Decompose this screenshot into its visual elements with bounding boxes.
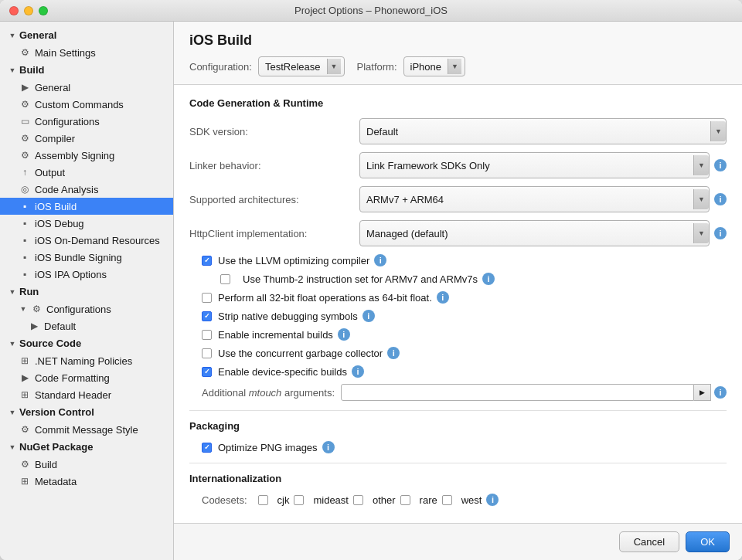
config-bar: Configuration: TestRelease ▼ Platform: i… [189,56,727,76]
sidebar-item-output[interactable]: ↑ Output [0,164,173,181]
checkbox-other[interactable] [353,495,363,505]
gear-icon-6: ⚙ [19,423,31,436]
minimize-button[interactable] [24,6,33,15]
gear-icon-3: ⚙ [19,132,31,144]
sidebar-label-version-control: Version Control [19,406,94,418]
sidebar-section-build[interactable]: Build [0,61,173,79]
thumb2-info-icon[interactable]: i [482,273,495,285]
codeset-west-label: west [461,494,482,506]
chevron-build [8,66,17,75]
sidebar-item-main-settings[interactable]: ⚙ Main Settings [0,44,173,61]
sidebar-item-ios-build[interactable]: ▪ iOS Build [0,198,173,215]
sidebar-item-configurations[interactable]: ▭ Configurations [0,113,173,130]
sidebar-item-build-nuget[interactable]: ⚙ Build [0,456,173,473]
checkbox-device-specific[interactable] [202,367,212,377]
mtouch-btn[interactable]: ▶ [694,384,711,401]
mtouch-input[interactable] [341,384,694,401]
arch-value: ARMv7 + ARM64 [366,194,693,205]
chevron-version-control [8,408,17,417]
mtouch-info-icon[interactable]: i [714,386,727,399]
linker-dropdown[interactable]: Link Framework SDKs Only ▼ [359,152,710,178]
httpclient-control: Managed (default) ▼ i [359,220,727,246]
maximize-button[interactable] [39,6,48,15]
linker-dropdown-arrow: ▼ [693,155,709,175]
sidebar-item-general-build[interactable]: ▶ General [0,79,173,96]
checkbox-incremental[interactable] [202,330,212,340]
window-title: Project Options – Phoneword_iOS [294,5,448,16]
sidebar-item-ios-bundle-signing[interactable]: ▪ iOS Bundle Signing [0,249,173,266]
sidebar-section-general[interactable]: General [0,26,173,44]
checkbox-float64[interactable] [202,293,212,303]
sidebar-item-assembly-signing[interactable]: ⚙ Assembly Signing [0,147,173,164]
sidebar-section-run[interactable]: Run [0,283,173,300]
triangle-icon: ▶ [19,81,31,93]
linker-info-icon[interactable]: i [714,159,727,171]
incremental-info-icon[interactable]: i [338,328,350,341]
mtouch-label: Additional mtouch arguments: [202,387,335,399]
concurrent-gc-info-icon[interactable]: i [387,347,400,359]
panel-header: iOS Build Configuration: TestRelease ▼ P… [174,22,742,85]
sidebar-section-source-code[interactable]: Source Code [0,334,173,352]
sidebar-item-standard-header[interactable]: ⊞ Standard Header [0,386,173,403]
platform-value: iPhone [410,61,441,73]
config-dropdown-arrow: ▼ [327,59,341,74]
strip-debug-info-icon[interactable]: i [362,310,375,322]
configuration-dropdown[interactable]: TestRelease ▼ [258,56,345,76]
sidebar-section-nuget[interactable]: NuGet Package [0,438,173,456]
sidebar-item-net-naming[interactable]: ⊞ .NET Naming Policies [0,352,173,369]
intl-info-icon[interactable]: i [486,494,499,506]
arch-info-icon[interactable]: i [714,193,727,205]
section-divider-intl [189,463,727,463]
close-button[interactable] [9,6,19,15]
sidebar-item-ios-on-demand[interactable]: ▪ iOS On-Demand Resources [0,232,173,249]
label-device-specific: Enable device-specific builds [218,366,347,378]
label-thumb2: Use Thumb-2 instruction set for ARMv7 an… [243,273,478,285]
checkbox-west[interactable] [442,495,452,505]
float64-info-icon[interactable]: i [437,291,449,304]
title-bar: Project Options – Phoneword_iOS [0,0,742,22]
checkbox-thumb2[interactable] [220,274,230,284]
expand-icon: ▶ [19,372,31,384]
checkbox-row-device-specific: Enable device-specific builds i [189,365,727,378]
sidebar-item-code-analysis[interactable]: ◎ Code Analysis [0,181,173,198]
rect-icon: ▭ [19,115,31,127]
httpclient-dropdown[interactable]: Managed (default) ▼ [359,220,710,246]
sidebar-label-run: Run [19,286,39,297]
section-title-intl: Internationalization [189,473,727,484]
sdk-value: Default [366,126,710,137]
arch-control: ARMv7 + ARM64 ▼ i [359,186,727,212]
checkbox-cjk[interactable] [258,495,268,505]
checkbox-concurrent-gc[interactable] [202,348,212,358]
arch-dropdown-arrow: ▼ [693,189,709,209]
sidebar-item-custom-commands[interactable]: ⚙ Custom Commands [0,96,173,113]
optimize-png-info-icon[interactable]: i [322,441,335,453]
checkbox-mideast[interactable] [294,495,304,505]
checkbox-optimize-png[interactable] [202,443,212,453]
sidebar-item-compiler[interactable]: ⚙ Compiler [0,130,173,147]
section-title-code-gen: Code Generation & Runtime [189,97,727,109]
sidebar-item-commit-message[interactable]: ⚙ Commit Message Style [0,421,173,438]
cancel-button[interactable]: Cancel [619,531,679,552]
platform-label: Platform: [357,61,397,73]
sidebar-item-code-formatting[interactable]: ▶ Code Formatting [0,369,173,386]
arch-dropdown[interactable]: ARMv7 + ARM64 ▼ [359,186,710,212]
checkbox-llvm[interactable] [202,256,212,266]
sidebar-item-configurations-run[interactable]: ⚙ Configurations [0,300,173,317]
gear-icon-7: ⚙ [19,458,31,470]
sidebar-item-ios-debug[interactable]: ▪ iOS Debug [0,215,173,232]
sidebar-item-ios-ipa-options[interactable]: ▪ iOS IPA Options [0,266,173,283]
sdk-dropdown[interactable]: Default ▼ [359,118,727,144]
sidebar-section-version-control[interactable]: Version Control [0,403,173,421]
checkbox-strip-debug[interactable] [202,311,212,321]
codeset-mideast-label: mideast [313,494,349,506]
httpclient-info-icon[interactable]: i [714,227,727,239]
checkbox-rare[interactable] [400,495,410,505]
ok-button[interactable]: OK [686,531,730,552]
llvm-info-icon[interactable]: i [374,254,386,266]
platform-dropdown[interactable]: iPhone ▼ [403,56,465,76]
device-specific-info-icon[interactable]: i [352,365,364,378]
sidebar-item-metadata[interactable]: ⊞ Metadata [0,473,173,490]
panel-title: iOS Build [189,32,727,49]
sidebar-item-default[interactable]: ▶ Default [0,317,173,334]
checkbox-row-strip-debug: Strip native debugging symbols i [189,310,727,322]
